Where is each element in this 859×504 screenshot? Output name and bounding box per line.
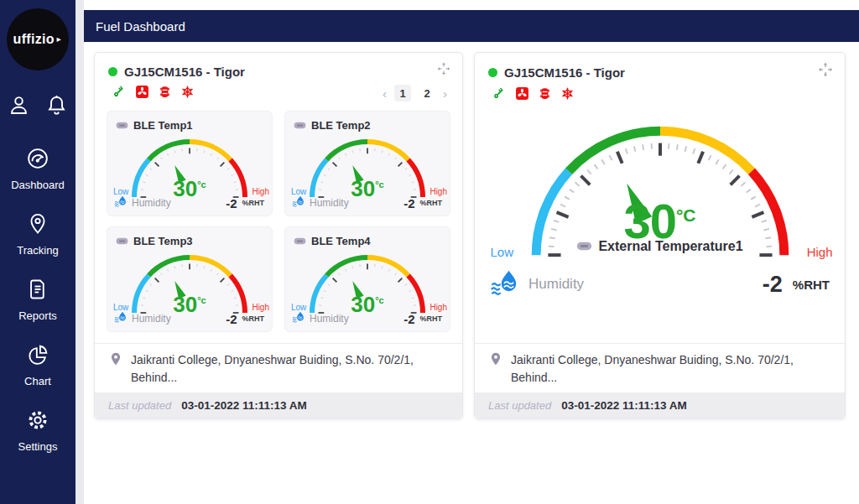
pagination-page-2[interactable]: 2 bbox=[419, 85, 435, 101]
last-updated-label: Last updated bbox=[108, 399, 171, 412]
sidebar-item-dashboard[interactable]: Dashboard bbox=[11, 147, 65, 191]
gauge-low-label: Low bbox=[491, 245, 514, 259]
logo-text: uffizio bbox=[13, 32, 55, 47]
chart-pie-icon bbox=[26, 343, 49, 370]
ble-sensor-icon bbox=[116, 233, 128, 248]
humidity-drop-icon bbox=[292, 310, 305, 327]
humidity-value: -2 bbox=[403, 312, 414, 326]
humidity-label: Humidity bbox=[132, 197, 171, 209]
main-content: Fuel Dashboard GJ15CM1516 - Tigor bbox=[84, 0, 859, 504]
ble-temp-tile: BLE Temp3 30°c Low High Humidity -2 %RHT bbox=[107, 226, 273, 332]
settings-gear-icon bbox=[26, 408, 49, 435]
user-icon[interactable] bbox=[8, 94, 30, 120]
last-updated-value: 03-01-2022 11:11:13 AM bbox=[561, 399, 687, 412]
freezer-snowflake-icon bbox=[180, 85, 195, 102]
location-text: Jaikranti College, Dnyaneshwar Buiding, … bbox=[511, 351, 831, 386]
sidebar-divider bbox=[75, 0, 84, 504]
tile-title: BLE Temp1 bbox=[133, 119, 193, 132]
location-pin-icon bbox=[488, 351, 503, 386]
gauge-high-label: High bbox=[807, 245, 833, 259]
humidity-drop-icon bbox=[114, 195, 128, 211]
last-updated-value: 03-01-2022 11:11:13 AM bbox=[181, 399, 307, 412]
tile-title: BLE Temp4 bbox=[311, 235, 371, 247]
location-row: Jaikranti College, Dnyaneshwar Buiding, … bbox=[95, 343, 462, 392]
ble-temp-tile: BLE Temp1 30°c Low High Humidity -2 %RHT bbox=[107, 111, 273, 216]
temperature-value: 30°C bbox=[519, 197, 801, 246]
ble-sensor-icon bbox=[116, 117, 128, 132]
vehicle-card-1: GJ15CM1516 - Tigor bbox=[94, 52, 463, 419]
humidity-unit: %RHT bbox=[420, 314, 443, 323]
location-row: Jaikranti College, Dnyaneshwar Buiding, … bbox=[475, 343, 845, 392]
card-footer: Last updated 03-01-2022 11:11:13 AM bbox=[95, 392, 462, 418]
sidebar: uffizio‣ Dashboard bbox=[0, 0, 75, 504]
humidity-drop-icon bbox=[292, 195, 305, 211]
vehicle-ac-icon bbox=[538, 86, 552, 104]
fan-icon bbox=[515, 86, 529, 104]
humidity-unit: %RHT bbox=[420, 199, 443, 207]
ble-sensor-icon bbox=[294, 233, 306, 248]
humidity-unit: %RHT bbox=[242, 199, 265, 207]
sidebar-item-label: Tracking bbox=[17, 244, 58, 257]
pagination-prev-icon[interactable]: ‹ bbox=[383, 87, 387, 100]
tracking-pin-icon bbox=[26, 212, 49, 239]
ble-temp-tile: BLE Temp4 30°c Low High Humidity -2 %RHT bbox=[284, 226, 450, 332]
fan-icon bbox=[135, 85, 149, 102]
reports-document-icon bbox=[26, 278, 49, 304]
sidebar-item-tracking[interactable]: Tracking bbox=[17, 212, 58, 257]
pagination-next-icon[interactable]: › bbox=[443, 87, 447, 100]
location-pin-icon bbox=[108, 351, 123, 386]
ble-sensor-icon bbox=[294, 117, 306, 132]
tile-pagination: ‹ 1 2 › bbox=[383, 85, 447, 101]
vehicle-ac-icon bbox=[158, 85, 172, 102]
humidity-drop-icon bbox=[114, 310, 128, 327]
tile-title: BLE Temp3 bbox=[133, 235, 193, 247]
sidebar-item-label: Dashboard bbox=[11, 179, 65, 191]
sidebar-item-settings[interactable]: Settings bbox=[18, 408, 58, 453]
humidity-row: Humidity -2 %RHT bbox=[490, 268, 830, 301]
pagination-page-1[interactable]: 1 bbox=[394, 85, 411, 101]
tile-title: BLE Temp2 bbox=[311, 119, 371, 132]
notifications-bell-icon[interactable] bbox=[45, 94, 68, 120]
location-text: Jaikranti College, Dnyaneshwar Buiding, … bbox=[131, 351, 449, 386]
humidity-unit: %RHT bbox=[793, 278, 830, 292]
vehicle-title: GJ15CM1516 - Tigor bbox=[504, 65, 625, 80]
ignition-key-icon bbox=[492, 86, 507, 104]
logo-arrow-icon: ‣ bbox=[55, 34, 63, 46]
sidebar-item-label: Chart bbox=[24, 375, 51, 387]
humidity-value: -2 bbox=[226, 196, 237, 210]
vehicle-title: GJ15CM1516 - Tigor bbox=[124, 65, 245, 79]
humidity-value: -2 bbox=[403, 196, 414, 210]
ignition-key-icon bbox=[112, 84, 127, 102]
humidity-unit: %RHT bbox=[242, 314, 265, 323]
sidebar-item-chart[interactable]: Chart bbox=[24, 343, 51, 387]
humidity-label: Humidity bbox=[132, 313, 171, 325]
card-footer: Last updated 03-01-2022 11:11:13 AM bbox=[475, 392, 845, 418]
page-title: Fuel Dashboard bbox=[96, 19, 185, 34]
dashboard-gauge-icon bbox=[26, 147, 49, 174]
last-updated-label: Last updated bbox=[488, 399, 551, 412]
humidity-value: -2 bbox=[226, 312, 237, 326]
humidity-label: Humidity bbox=[310, 197, 349, 209]
ble-temp-tile: BLE Temp2 30°c Low High Humidity -2 %RHT bbox=[284, 111, 450, 216]
gauge-tile-grid: BLE Temp1 30°c Low High Humidity -2 %RHT bbox=[107, 111, 450, 332]
humidity-label: Humidity bbox=[310, 313, 349, 325]
uffizio-logo: uffizio‣ bbox=[7, 8, 69, 70]
page-header: Fuel Dashboard bbox=[84, 10, 859, 42]
freezer-snowflake-icon bbox=[560, 86, 575, 104]
sidebar-item-reports[interactable]: Reports bbox=[18, 278, 57, 322]
move-drag-icon[interactable] bbox=[437, 62, 450, 79]
sidebar-item-label: Reports bbox=[18, 309, 57, 322]
online-status-dot bbox=[108, 67, 117, 76]
sidebar-item-label: Settings bbox=[18, 440, 58, 453]
vehicle-card-2: GJ15CM1516 - Tigor bbox=[474, 52, 846, 419]
move-drag-icon[interactable] bbox=[818, 62, 833, 81]
humidity-value: -2 bbox=[763, 272, 783, 298]
humidity-label: Humidity bbox=[528, 276, 584, 293]
humidity-drop-icon bbox=[490, 268, 520, 301]
online-status-dot bbox=[488, 68, 497, 77]
